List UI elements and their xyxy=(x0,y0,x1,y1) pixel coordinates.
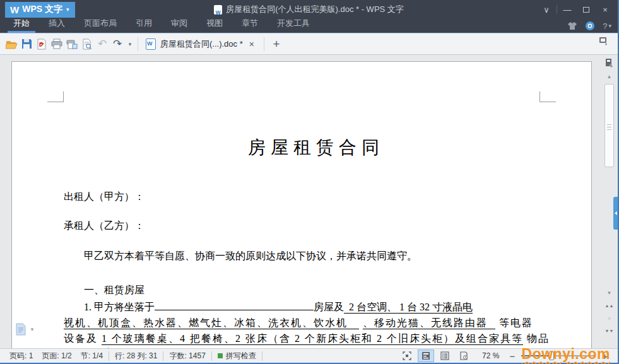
document-page[interactable]: 房屋租赁合同出租人（甲方）：承租人（乙方）：甲乙双方本着平等自愿、协商一致的原则… xyxy=(11,61,592,348)
doc-line: 承租人（乙方）： xyxy=(64,219,569,233)
zoom-slider[interactable] xyxy=(521,349,596,362)
chevron-down-icon: ▾ xyxy=(608,23,611,29)
skin-theme-icon[interactable] xyxy=(567,21,577,30)
doc-line: 甲乙双方本着平等自愿、协商一致的原则达成以下协议，并承诺共同遵守。 xyxy=(64,249,569,263)
document-tab[interactable]: 房屋租赁合同(...).doc * × xyxy=(141,33,261,54)
outline-view-icon[interactable] xyxy=(437,349,453,362)
open-file-icon[interactable] xyxy=(4,37,19,52)
minimize-button[interactable]: — xyxy=(558,1,576,18)
divider xyxy=(109,351,109,361)
document-preview-icon[interactable] xyxy=(80,37,95,52)
wps-menu-label: WPS 文字 xyxy=(22,4,62,15)
ribbon-tab-bar: 开始 插入 页面布局 引用 审阅 视图 章节 开发工具 ?▾ xyxy=(0,19,618,33)
document-workspace: 房屋租赁合同出租人（甲方）：承租人（乙方）：甲乙双方本着平等自愿、协商一致的原则… xyxy=(0,55,618,348)
doc-file-icon xyxy=(214,5,222,15)
doc-line: 设备及 1 个玻璃餐桌、4 把餐椅、2 张床（含 2 个新床头柜和 2 个旧床头… xyxy=(64,332,569,346)
close-tab-icon[interactable]: × xyxy=(247,39,256,49)
scroll-down-icon[interactable]: ▼ xyxy=(603,286,616,299)
doc-line: 1. 甲方将坐落于房屋及 2 台空调、 1 台 32 寸液晶电 xyxy=(64,300,569,314)
task-pane-toggle-icon[interactable] xyxy=(598,37,610,49)
page-view-icon[interactable] xyxy=(418,349,434,362)
close-button[interactable]: × xyxy=(596,1,614,18)
toolbar-more-icon[interactable]: ▾ xyxy=(125,41,135,47)
chevron-down-icon: ▼ xyxy=(30,327,35,332)
redo-icon[interactable]: ↷ xyxy=(110,37,125,52)
doc-line: 房屋租赁合同 xyxy=(64,135,569,160)
wps-menu-button[interactable]: W WPS 文字 ▾ xyxy=(5,2,75,18)
wps-cloud-icon[interactable] xyxy=(585,21,595,31)
doc-assistant-icon xyxy=(15,323,27,336)
line-column-status[interactable]: 行: 28 列: 31 xyxy=(110,351,162,361)
print-icon[interactable] xyxy=(49,37,64,52)
doc-line: 视机、机顶盒、热水器、燃气灶、冰箱、洗衣机、饮水机 、移动光猫、无线路由器 等电… xyxy=(64,316,569,330)
word-count-status[interactable]: 字数: 1457 xyxy=(165,351,209,361)
export-pdf-icon[interactable] xyxy=(34,37,49,52)
zoom-level[interactable]: 72 % xyxy=(482,351,499,360)
doc-assistant[interactable]: ▼ xyxy=(15,323,35,336)
wps-logo-icon: W xyxy=(10,4,18,15)
page-number-status[interactable]: 页码: 1 xyxy=(5,351,37,361)
tab-home[interactable]: 开始 xyxy=(4,18,39,33)
browse-object-icon[interactable]: ○ xyxy=(603,312,616,324)
divider xyxy=(557,5,557,14)
tab-references[interactable]: 引用 xyxy=(126,18,162,33)
help-button[interactable]: ?▾ xyxy=(603,21,611,31)
chevron-down-icon: ▾ xyxy=(66,7,69,13)
new-tab-button[interactable]: + xyxy=(267,37,286,51)
tab-view[interactable]: 视图 xyxy=(197,18,232,33)
quick-toolbar: ↶ ↷ ▾ 房屋租赁合同(...).doc * × + xyxy=(0,33,618,55)
tab-review[interactable]: 审阅 xyxy=(162,18,197,33)
page-count-status[interactable]: 页面: 1/2 xyxy=(37,351,76,361)
maximize-button[interactable] xyxy=(577,1,595,18)
tab-developer[interactable]: 开发工具 xyxy=(268,18,319,33)
divider xyxy=(262,351,262,361)
side-panel-tab[interactable] xyxy=(613,197,618,230)
divider xyxy=(264,37,264,51)
ruler-toggle-icon[interactable] xyxy=(603,56,616,70)
print-preview-icon[interactable] xyxy=(64,37,80,52)
document-tab-label: 房屋租赁合同(...).doc * xyxy=(160,38,243,50)
next-page-icon[interactable]: ▼▼ xyxy=(603,324,616,337)
divider xyxy=(211,351,212,361)
window-controls: ∨ — × xyxy=(538,0,614,19)
doc-line: 一、租赁房屋 xyxy=(64,283,569,297)
doc-line: 出租人（甲方）： xyxy=(64,190,569,204)
wps-writer-window: W WPS 文字 ▾ 房屋租赁合同(个人出租完美版).doc * - WPS 文… xyxy=(0,0,619,364)
save-icon[interactable] xyxy=(19,37,34,52)
window-title: 房屋租赁合同(个人出租完美版).doc * - WPS 文字 xyxy=(0,0,618,19)
zoom-out-button[interactable]: − xyxy=(505,351,519,361)
zoom-slider-thumb[interactable] xyxy=(549,351,554,360)
tab-page-layout[interactable]: 页面布局 xyxy=(74,18,126,33)
scroll-up-icon[interactable]: ▲ xyxy=(603,70,616,83)
spell-check-status[interactable]: 拼写检查 xyxy=(213,351,261,361)
doc-file-icon xyxy=(146,38,156,50)
scrollbar-thumb[interactable] xyxy=(604,84,614,167)
previous-page-icon[interactable]: ▲▲ xyxy=(603,299,616,312)
collapse-window-button[interactable]: ∨ xyxy=(538,1,555,18)
divider xyxy=(138,37,138,51)
section-status[interactable]: 节: 1/4 xyxy=(76,351,107,361)
fullscreen-view-icon[interactable] xyxy=(399,349,415,362)
titlebar: W WPS 文字 ▾ 房屋租赁合同(个人出租完美版).doc * - WPS 文… xyxy=(0,0,618,19)
undo-icon[interactable]: ↶ xyxy=(95,37,110,52)
status-bar: 页码: 1 页面: 1/2 节: 1/4 行: 28 列: 31 字数: 145… xyxy=(0,348,618,364)
document-body: 房屋租赁合同出租人（甲方）：承租人（乙方）：甲乙双方本着平等自愿、协商一致的原则… xyxy=(12,62,591,348)
tab-insert[interactable]: 插入 xyxy=(39,18,74,33)
zoom-in-button[interactable]: + xyxy=(598,351,611,361)
tab-section[interactable]: 章节 xyxy=(232,18,268,33)
web-layout-view-icon[interactable] xyxy=(456,349,472,362)
divider xyxy=(163,351,163,361)
spellcheck-indicator-icon xyxy=(218,353,223,358)
